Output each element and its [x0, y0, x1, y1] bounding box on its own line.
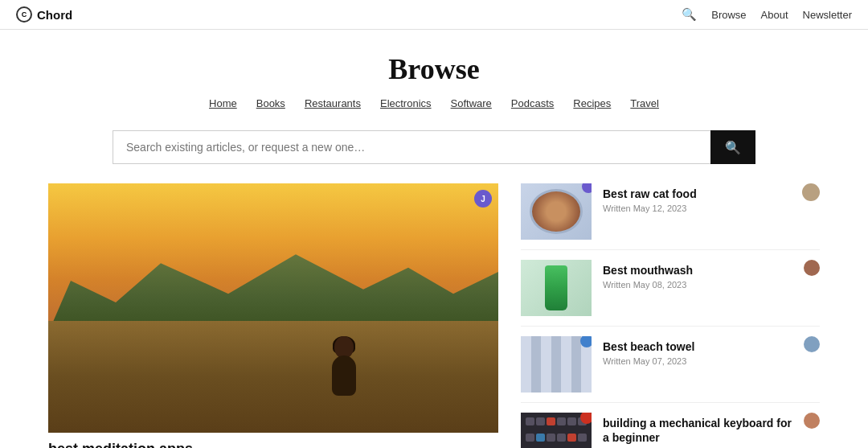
cat-travel[interactable]: Travel	[630, 97, 659, 109]
hero-figure	[316, 323, 372, 396]
logo-text: Chord	[37, 8, 72, 22]
article-avatar	[804, 413, 820, 429]
article-thumb-keyboard	[521, 413, 592, 448]
notification-dot	[582, 183, 592, 193]
article-thumb-towel	[521, 336, 592, 393]
article-info: Best raw cat food Written May 12, 2023	[603, 183, 820, 213]
cat-restaurants[interactable]: Restaurants	[305, 97, 361, 109]
search-button[interactable]: 🔍	[710, 130, 755, 164]
search-input[interactable]	[113, 130, 710, 164]
article-title: building a mechanical keyboard for a beg…	[603, 416, 820, 445]
cat-books[interactable]: Books	[256, 97, 285, 109]
page-title: Browse	[16, 52, 852, 86]
article-title: Best mouthwash	[603, 263, 820, 277]
article-thumb-mouthwash	[521, 260, 592, 316]
article-info: Best beach towel Written May 07, 2023	[603, 336, 820, 366]
nav-newsletter[interactable]: Newsletter	[803, 9, 852, 21]
article-info: building a mechanical keyboard for a beg…	[603, 413, 820, 448]
article-item[interactable]: Best beach towel Written May 07, 2023	[521, 327, 820, 403]
nav-about[interactable]: About	[761, 9, 788, 21]
search-bar-section: 🔍	[96, 130, 772, 164]
topbar-nav: 🔍 Browse About Newsletter	[682, 7, 852, 22]
notification-dot	[580, 336, 592, 347]
article-title: Best raw cat food	[603, 187, 820, 201]
article-item[interactable]: Best raw cat food Written May 12, 2023	[521, 183, 820, 250]
article-avatar	[804, 260, 820, 276]
article-meta: Written May 12, 2023	[603, 203, 820, 213]
main-content: J best meditation apps Written May 12, 2…	[32, 183, 836, 448]
article-meta: Written May 07, 2023	[603, 356, 820, 366]
hero-avatar-badge: J	[474, 190, 492, 208]
figure-body	[332, 356, 356, 396]
category-nav: Home Books Restaurants Electronics Softw…	[16, 97, 852, 109]
site-logo[interactable]: C Chord	[16, 6, 72, 23]
hero-card[interactable]: J best meditation apps Written May 12, 2…	[48, 183, 498, 448]
article-avatar	[804, 336, 820, 352]
notification-dot	[580, 413, 592, 424]
article-item[interactable]: Best mouthwash Written May 08, 2023	[521, 250, 820, 327]
nav-browse[interactable]: Browse	[711, 9, 746, 21]
page-title-section: Browse Home Books Restaurants Electronic…	[0, 30, 868, 130]
cat-recipes[interactable]: Recipes	[573, 97, 611, 109]
hero-ground	[48, 321, 498, 434]
topbar: C Chord 🔍 Browse About Newsletter	[0, 0, 868, 30]
article-list: Best raw cat food Written May 12, 2023 B…	[521, 183, 820, 448]
search-icon[interactable]: 🔍	[682, 7, 697, 22]
hero-image: J	[48, 183, 498, 433]
cat-home[interactable]: Home	[209, 97, 237, 109]
article-item[interactable]: building a mechanical keyboard for a beg…	[521, 403, 820, 448]
cat-podcasts[interactable]: Podcasts	[511, 97, 554, 109]
article-meta: Written May 08, 2023	[603, 280, 820, 290]
cat-electronics[interactable]: Electronics	[380, 97, 432, 109]
article-thumb-catfood	[521, 183, 592, 240]
logo-icon: C	[16, 6, 32, 23]
article-info: Best mouthwash Written May 08, 2023	[603, 260, 820, 290]
article-title: Best beach towel	[603, 339, 820, 354]
hero-title: best meditation apps	[48, 441, 498, 448]
article-avatar	[802, 183, 820, 201]
cat-software[interactable]: Software	[451, 97, 492, 109]
